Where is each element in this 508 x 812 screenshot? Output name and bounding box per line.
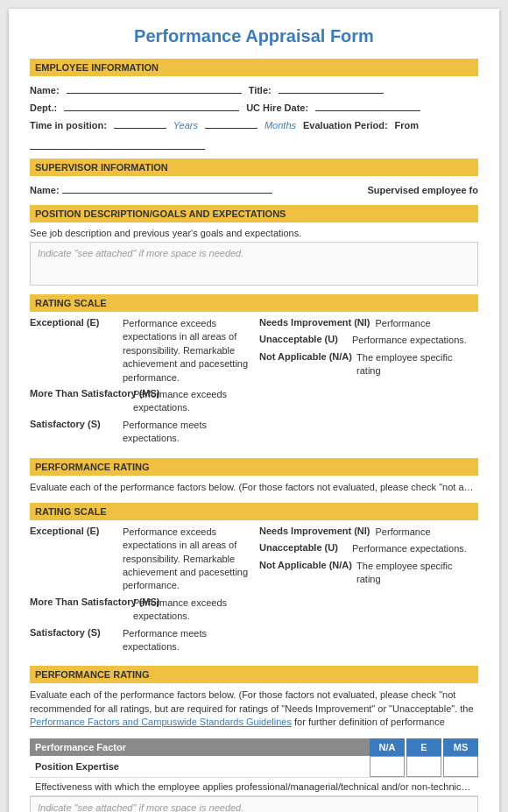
- supervisor-section-header: Supervisor Information: [30, 159, 478, 176]
- ni-term-2: Needs Improvement (NI): [259, 526, 370, 536]
- dept-field[interactable]: [64, 99, 239, 111]
- employee-section-header: Employee Information: [30, 59, 478, 76]
- rating-scale-grid: Exceptional (E) Performance exceeds expe…: [30, 317, 478, 449]
- checkbox-na[interactable]: [370, 756, 405, 777]
- position-section: Position Description/Goals and Expectati…: [30, 205, 478, 286]
- col-na-header: N/A: [370, 738, 405, 756]
- uc-hire-label: UC Hire Date:: [246, 102, 308, 113]
- ni-desc-2: Performance: [376, 526, 431, 539]
- u-term-2: Unacceptable (U): [259, 542, 347, 553]
- dept-row: Dept.: UC Hire Date:: [30, 99, 478, 113]
- rating-item-unacceptable: Unacceptable (U) Performance expectation…: [259, 334, 478, 347]
- table-row-position-expertise: Position Expertise: [30, 756, 478, 778]
- table-placeholder[interactable]: Indicate "see attached" if more space is…: [30, 796, 478, 812]
- exceptional-term-2: Exceptional (E): [30, 526, 117, 536]
- satisfactory-term: Satisfactory (S): [30, 419, 117, 429]
- rating-scale-left: Exceptional (E) Performance exceeds expe…: [30, 317, 249, 449]
- years-field[interactable]: [114, 117, 166, 129]
- ni-term: Needs Improvement (NI): [259, 317, 370, 328]
- eval-from-field[interactable]: [30, 138, 205, 150]
- rating-item-ms-2: More Than Satisfactory (MS) Performance …: [30, 597, 249, 624]
- performance-note-2: Evaluate each of the performance factors…: [30, 688, 478, 729]
- ms-desc-2: Performance exceeds expectations.: [133, 597, 249, 624]
- u-term: Unacceptable (U): [259, 334, 347, 344]
- performance-note-text-2: Evaluate each of the performance factors…: [30, 689, 474, 713]
- position-placeholder[interactable]: Indicate "see attached" if more space is…: [30, 242, 478, 286]
- performance-factors-link-2[interactable]: Performance Factors and Campuswide Stand…: [30, 717, 292, 727]
- exceptional-term: Exceptional (E): [30, 317, 117, 328]
- eval-period-label: Evaluation Period:: [303, 120, 388, 131]
- rating-item-na-2: Not Applicable (N/A) The employee specif…: [259, 560, 478, 587]
- position-expertise-label: Position Expertise: [30, 758, 370, 775]
- exceptional-desc-2: Performance exceeds expectations in all …: [123, 526, 249, 593]
- performance-rating-header-2: Performance Rating: [30, 666, 478, 683]
- performance-rating-header: Performance Rating: [30, 458, 478, 476]
- ni-desc: Performance: [376, 317, 431, 330]
- rating-scale-right: Needs Improvement (NI) Performance Unacc…: [259, 317, 478, 449]
- table-header-row: Performance Factor N/A E MS: [30, 738, 478, 756]
- ms-term: More Than Satisfactory (MS): [30, 388, 128, 399]
- rating-item-na: Not Applicable (N/A) The employee specif…: [259, 351, 478, 378]
- position-expertise-checkboxes: [370, 756, 478, 777]
- rating-item-exceptional-2: Exceptional (E) Performance exceeds expe…: [30, 526, 249, 593]
- performance-note-end-2: for further definition of performance: [292, 717, 445, 727]
- supervisor-row: Name: Supervised employee fo: [30, 181, 478, 196]
- employee-section: Employee Information Name: Title: Dept.:…: [30, 59, 478, 150]
- performance-note: Evaluate each of the performance factors…: [30, 481, 478, 494]
- time-label: Time in position:: [30, 120, 107, 131]
- rating-scale-left-2: Exceptional (E) Performance exceeds expe…: [30, 526, 249, 658]
- performance-rating-section-2: Performance Rating Evaluate each of the …: [30, 666, 478, 729]
- rating-item-exceptional: Exceptional (E) Performance exceeds expe…: [30, 317, 249, 385]
- checkbox-e[interactable]: [406, 756, 441, 777]
- col-ms-header: MS: [443, 738, 478, 756]
- table-rating-cols: N/A E MS: [370, 738, 478, 756]
- dept-label: Dept.:: [30, 102, 57, 113]
- na-term: Not Applicable (N/A): [259, 351, 351, 362]
- rating-scale-section-2: Rating Scale Exceptional (E) Performance…: [30, 503, 478, 658]
- supervisor-left: Name:: [30, 181, 353, 196]
- rating-item-ni: Needs Improvement (NI) Performance: [259, 317, 478, 330]
- title-label: Title:: [249, 85, 272, 95]
- employee-name-row: Name: Title:: [30, 81, 478, 95]
- rating-scale-header-2: Rating Scale: [30, 503, 478, 520]
- rating-item-satisfactory-2: Satisfactory (S) Performance meets expec…: [30, 627, 249, 654]
- rating-item-ms: More Than Satisfactory (MS) Performance …: [30, 388, 249, 415]
- exceptional-desc: Performance exceeds expectations in all …: [123, 317, 249, 385]
- na-desc-2: The employee specific rating: [356, 560, 478, 587]
- effectiveness-text: Effectiveness with which the employee ap…: [30, 778, 478, 796]
- satisfactory-desc: Performance meets expectations.: [123, 419, 249, 446]
- na-desc: The employee specific rating: [356, 351, 478, 378]
- name-label: Name:: [30, 85, 60, 95]
- rating-item-satisfactory: Satisfactory (S) Performance meets expec…: [30, 419, 249, 446]
- rating-item-ni-2: Needs Improvement (NI) Performance: [259, 526, 478, 539]
- rating-scale-header: Rating Scale: [30, 294, 478, 312]
- supervisor-name-field[interactable]: [62, 181, 272, 194]
- u-desc-2: Performance expectations.: [352, 542, 467, 555]
- satisfactory-desc-2: Performance meets expectations.: [123, 627, 249, 654]
- ms-term-2: More Than Satisfactory (MS): [30, 597, 128, 607]
- rating-item-unacceptable-2: Unacceptable (U) Performance expectation…: [259, 542, 478, 555]
- from-label: From: [395, 120, 420, 131]
- performance-rating-section: Performance Rating Evaluate each of the …: [30, 458, 478, 494]
- rating-scale-section: Rating Scale Exceptional (E) Performance…: [30, 294, 478, 449]
- satisfactory-term-2: Satisfactory (S): [30, 627, 117, 638]
- performance-table-section: Performance Factor N/A E MS Position Exp…: [30, 738, 478, 812]
- months-label: Months: [265, 120, 296, 131]
- checkbox-ms[interactable]: [443, 756, 478, 777]
- title-field[interactable]: [279, 81, 384, 94]
- years-label: Years: [173, 120, 198, 131]
- table-pf-header: Performance Factor: [30, 738, 370, 756]
- months-field[interactable]: [205, 117, 258, 129]
- position-section-header: Position Description/Goals and Expectati…: [30, 205, 478, 222]
- u-desc: Performance expectations.: [352, 334, 467, 347]
- name-field[interactable]: [67, 81, 242, 94]
- page-container: Performance Appraisal Form Employee Info…: [9, 9, 499, 812]
- performance-note-text: Evaluate each of the performance factors…: [30, 482, 478, 492]
- supervisor-name-label: Name:: [30, 185, 60, 195]
- rating-scale-grid-2: Exceptional (E) Performance exceeds expe…: [30, 526, 478, 658]
- uc-hire-field[interactable]: [315, 99, 420, 111]
- na-term-2: Not Applicable (N/A): [259, 560, 351, 570]
- ms-desc: Performance exceeds expectations.: [133, 388, 249, 415]
- col-e-header: E: [406, 738, 441, 756]
- page-title: Performance Appraisal Form: [30, 26, 478, 46]
